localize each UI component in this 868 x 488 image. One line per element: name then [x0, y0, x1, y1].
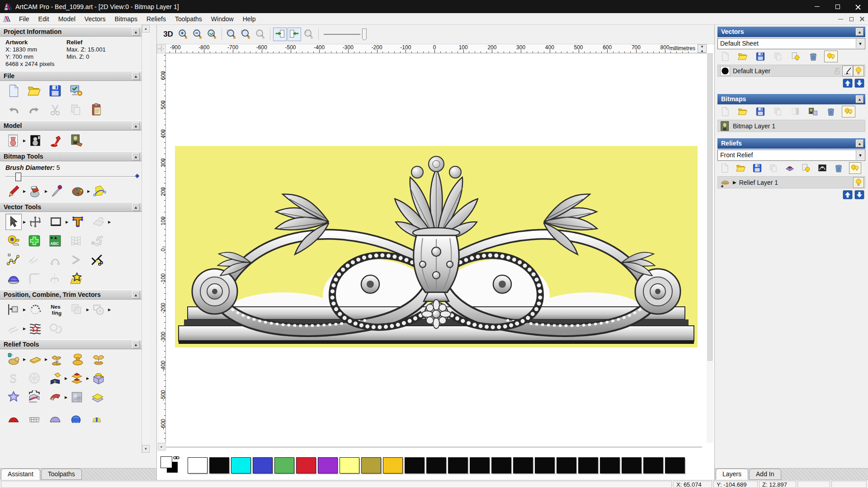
collapse-bitmaps-button[interactable]: ▲ [856, 95, 863, 103]
pick-colour-button[interactable] [49, 183, 65, 199]
smooth-relief-button-flyout[interactable]: ▶ [43, 357, 49, 361]
sculpting-button[interactable] [5, 351, 22, 367]
layer-snap-button[interactable] [842, 66, 853, 76]
shape-editor-button[interactable] [5, 389, 22, 405]
pan-previous-button[interactable] [273, 28, 287, 41]
vscroll-thumb[interactable] [708, 53, 712, 361]
bitmap-to-vector-button[interactable] [91, 183, 108, 199]
layer-lock-button[interactable] [831, 66, 842, 76]
paint-button[interactable] [5, 183, 22, 199]
new-model-button[interactable] [5, 83, 22, 99]
palette-swatch-15[interactable] [513, 457, 533, 474]
smooth-relief-button[interactable] [27, 351, 43, 367]
tab-assistant[interactable]: Assistant [1, 469, 40, 480]
palette-swatch-17[interactable] [557, 457, 576, 474]
menu-file[interactable]: File [14, 14, 34, 24]
set-model-size-button[interactable] [5, 132, 22, 149]
flood-fill-button[interactable] [27, 183, 43, 199]
bitmap-toggle-all-button[interactable] [842, 106, 855, 117]
merge-relief-button[interactable] [90, 351, 107, 367]
layer-visibility-button[interactable] [853, 66, 864, 76]
canvas-horizontal-scrollbar[interactable]: ▸ [157, 443, 707, 451]
tab-add-in[interactable]: Add In [749, 469, 781, 480]
greyscale-view-button[interactable] [27, 132, 43, 149]
vector-save-button[interactable] [754, 51, 767, 62]
relief-from-image-button[interactable]: b [47, 370, 63, 386]
select-vectors-button-flyout[interactable]: ▶ [22, 220, 27, 224]
zoom-out-button[interactable] [191, 28, 204, 41]
relief-layer-name[interactable]: Relief Layer 1 [739, 179, 778, 186]
hscroll-left-button[interactable]: ▸ [158, 443, 165, 450]
link-colors-icon[interactable] [173, 455, 179, 460]
palette-swatch-2[interactable] [231, 457, 251, 474]
close-button[interactable] [848, 0, 868, 13]
menu-window[interactable]: Window [207, 14, 238, 24]
palette-swatch-1[interactable] [209, 457, 229, 474]
zoom-selection-button[interactable] [239, 28, 253, 41]
collapse-reliefs-button[interactable]: ▲ [856, 140, 863, 147]
menu-bitmaps[interactable]: Bitmaps [110, 14, 142, 24]
view-3d-button[interactable]: 3D [160, 30, 176, 39]
bitmap-copy-layer-button[interactable] [807, 106, 820, 117]
nesting-button[interactable]: Nesting [48, 301, 64, 318]
bitmap-delete-button[interactable] [824, 106, 838, 117]
primary-color-swatch[interactable] [160, 456, 172, 468]
wrap-text-button-flyout[interactable]: ▶ [107, 220, 112, 224]
maximize-button[interactable] [827, 0, 848, 13]
bitmap-layer-name[interactable]: Bitmap Layer 1 [733, 122, 775, 130]
slider-handle[interactable] [15, 173, 21, 181]
relief-visibility-button[interactable] [853, 177, 864, 188]
relief-bulb-button[interactable] [800, 162, 812, 174]
sculpting-button-flyout[interactable]: ▶ [22, 357, 27, 361]
menu-reliefs[interactable]: Reliefs [142, 14, 170, 24]
texture-button[interactable] [69, 132, 85, 149]
drawing-viewport[interactable] [166, 53, 707, 443]
ornament-relief-button[interactable] [68, 408, 84, 424]
palette-swatch-12[interactable] [448, 457, 468, 474]
collapse-bitmap-tools-button[interactable]: ▲ [132, 153, 140, 160]
open-model-button[interactable] [26, 83, 42, 99]
offset-relief-button-flyout[interactable]: ▶ [85, 376, 90, 380]
minimize-button[interactable] [807, 0, 827, 13]
vector-open-button[interactable] [736, 51, 750, 62]
trim-vectors-button[interactable] [89, 252, 105, 268]
simulation-slider[interactable] [324, 28, 367, 41]
collapse-project-button[interactable]: ▲ [132, 28, 140, 36]
texture-relief-button[interactable] [69, 389, 85, 405]
paste-button[interactable] [89, 102, 105, 118]
pan-next-button[interactable] [288, 28, 301, 41]
create-text-button[interactable] [70, 214, 86, 230]
tab-toolpaths[interactable]: Toolpaths [41, 469, 82, 480]
create-shape-button[interactable] [26, 233, 42, 249]
menu-vectors[interactable]: Vectors [80, 14, 110, 24]
relief-delete-button[interactable] [833, 162, 845, 174]
set-model-size-button-flyout[interactable]: ▶ [22, 139, 27, 143]
subtract-relief-button[interactable] [70, 351, 86, 367]
move-relief-up-button[interactable] [843, 190, 853, 199]
palette-swatch-22[interactable] [665, 457, 685, 474]
relief-layer-row[interactable]: ▶ Relief Layer 1 [717, 176, 865, 188]
collapse-model-button[interactable]: ▲ [132, 122, 140, 130]
vector-layer-name[interactable]: Default Layer [733, 67, 770, 75]
palette-swatch-4[interactable] [274, 457, 294, 474]
add-relief-button[interactable] [49, 351, 65, 367]
vector-texture-button[interactable] [27, 320, 43, 337]
sheet-select[interactable]: Default Sheet ▼ [717, 38, 865, 49]
load-replace-relief-button[interactable] [90, 370, 107, 386]
paint-button-flyout[interactable]: ▶ [22, 189, 27, 193]
bitmap-open-button[interactable] [736, 106, 750, 117]
palette-swatch-18[interactable] [578, 457, 598, 474]
move-relief-down-button[interactable] [854, 190, 864, 199]
palette-swatch-16[interactable] [535, 457, 555, 474]
palette-swatch-6[interactable] [318, 457, 338, 474]
vector-layer-row[interactable]: Default Layer [717, 65, 865, 77]
join-vectors-button-flyout[interactable]: ▶ [22, 327, 27, 331]
relief-open-button[interactable] [735, 162, 747, 174]
emboss-relief-button[interactable] [26, 389, 42, 405]
vector-toggle-all-button[interactable] [824, 51, 838, 62]
mdi-minimize-button[interactable] [838, 19, 843, 19]
select-vectors-button[interactable] [5, 214, 22, 230]
collapse-vectors-button[interactable]: ▲ [856, 28, 863, 36]
palette-swatch-21[interactable] [643, 457, 663, 474]
align-vectors-button[interactable] [5, 301, 22, 318]
